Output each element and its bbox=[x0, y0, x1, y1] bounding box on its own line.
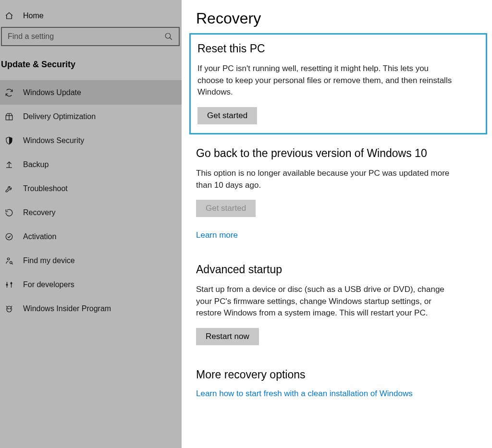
search-box[interactable] bbox=[1, 27, 180, 46]
sidebar-category-title: Update & Security bbox=[0, 46, 182, 81]
delivery-icon bbox=[5, 112, 13, 121]
svg-point-8 bbox=[10, 262, 12, 264]
recovery-icon bbox=[5, 208, 13, 217]
sidebar-item-label: Delivery Optimization bbox=[23, 112, 96, 121]
sidebar-item-windows-update[interactable]: Windows Update bbox=[0, 81, 182, 105]
advanced-startup-section: Advanced startup Start up from a device … bbox=[196, 263, 478, 345]
activation-icon bbox=[5, 232, 13, 241]
sidebar-item-for-developers[interactable]: For developers bbox=[0, 273, 182, 297]
svg-point-0 bbox=[165, 33, 171, 38]
svg-point-16 bbox=[10, 308, 11, 309]
svg-point-14 bbox=[7, 306, 12, 312]
sidebar-item-find-my-device[interactable]: Find my device bbox=[0, 249, 182, 273]
sidebar-item-label: Windows Insider Program bbox=[23, 304, 111, 313]
main-content: Recovery Reset this PC If your PC isn't … bbox=[182, 0, 492, 448]
reset-this-pc-title: Reset this PC bbox=[197, 42, 479, 55]
sidebar-item-label: Recovery bbox=[23, 208, 56, 217]
sidebar-home-label: Home bbox=[23, 12, 44, 20]
svg-point-6 bbox=[6, 233, 12, 240]
home-icon bbox=[5, 12, 13, 20]
shield-icon bbox=[5, 136, 13, 145]
reset-this-pc-body: If your PC isn't running well, resetting… bbox=[197, 63, 457, 98]
sidebar-item-delivery-optimization[interactable]: Delivery Optimization bbox=[0, 105, 182, 129]
search-box-wrap bbox=[0, 27, 182, 46]
reset-this-pc-highlight: Reset this PC If your PC isn't running w… bbox=[189, 33, 487, 134]
insider-icon bbox=[5, 304, 13, 313]
more-recovery-section: More recovery options Learn how to start… bbox=[196, 368, 478, 399]
sidebar-item-label: For developers bbox=[23, 280, 74, 289]
advanced-startup-title: Advanced startup bbox=[196, 263, 478, 276]
sidebar: Home Update & Security Windows Update bbox=[0, 0, 182, 448]
sidebar-item-windows-security[interactable]: Windows Security bbox=[0, 129, 182, 153]
sidebar-item-label: Activation bbox=[23, 232, 56, 241]
sidebar-item-label: Windows Security bbox=[23, 136, 84, 145]
svg-point-15 bbox=[8, 308, 9, 309]
sidebar-item-backup[interactable]: Backup bbox=[0, 153, 182, 177]
go-back-body: This option is no longer available becau… bbox=[196, 168, 455, 191]
sidebar-item-label: Troubleshoot bbox=[23, 184, 68, 193]
sidebar-item-recovery[interactable]: Recovery bbox=[0, 201, 182, 225]
sidebar-item-activation[interactable]: Activation bbox=[0, 225, 182, 249]
go-back-section: Go back to the previous version of Windo… bbox=[196, 147, 478, 240]
svg-line-1 bbox=[170, 37, 172, 40]
sidebar-home[interactable]: Home bbox=[0, 5, 182, 27]
sidebar-item-label: Windows Update bbox=[23, 88, 81, 97]
page-title: Recovery bbox=[196, 10, 478, 27]
find-icon bbox=[5, 256, 13, 265]
sync-icon bbox=[5, 88, 13, 97]
sidebar-item-label: Backup bbox=[23, 160, 49, 169]
search-icon bbox=[164, 32, 173, 41]
start-fresh-link[interactable]: Learn how to start fresh with a clean in… bbox=[196, 389, 413, 399]
more-recovery-title: More recovery options bbox=[196, 368, 478, 381]
search-input[interactable] bbox=[8, 32, 164, 41]
advanced-startup-body: Start up from a device or disc (such as … bbox=[196, 284, 455, 319]
svg-point-7 bbox=[7, 258, 10, 260]
svg-line-9 bbox=[12, 263, 12, 264]
sidebar-item-troubleshoot[interactable]: Troubleshoot bbox=[0, 177, 182, 201]
restart-now-button[interactable]: Restart now bbox=[196, 328, 259, 345]
developer-icon bbox=[5, 280, 13, 289]
go-back-title: Go back to the previous version of Windo… bbox=[196, 147, 478, 160]
sidebar-item-label: Find my device bbox=[23, 256, 75, 265]
wrench-icon bbox=[5, 184, 13, 193]
go-back-get-started-button: Get started bbox=[196, 200, 256, 217]
backup-icon bbox=[5, 160, 13, 169]
sidebar-item-windows-insider-program[interactable]: Windows Insider Program bbox=[0, 297, 182, 321]
sidebar-nav-list: Windows Update Delivery Optimization Win… bbox=[0, 81, 182, 321]
reset-get-started-button[interactable]: Get started bbox=[197, 107, 257, 124]
go-back-learn-more-link[interactable]: Learn more bbox=[196, 230, 238, 240]
